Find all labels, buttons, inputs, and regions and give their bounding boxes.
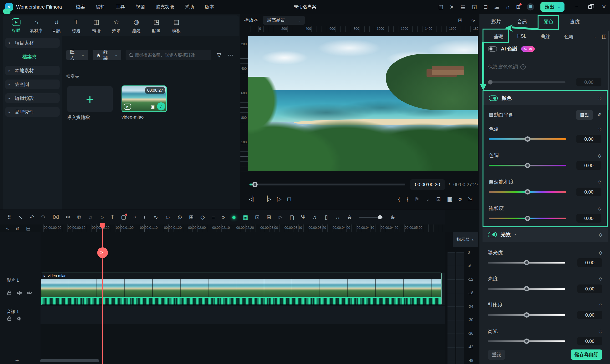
- slider-track[interactable]: [489, 218, 566, 219]
- zoom-in-icon[interactable]: ⊕: [390, 214, 395, 220]
- mute-track-icon[interactable]: [17, 290, 22, 295]
- menu-item[interactable]: 工具: [116, 4, 125, 10]
- color-toggle[interactable]: [489, 95, 498, 101]
- panel-scrollbar[interactable]: [608, 31, 609, 110]
- fit-timeline-icon[interactable]: ↔: [335, 214, 340, 220]
- save-icon[interactable]: ⊟: [483, 4, 488, 10]
- filter-icon[interactable]: ▽: [217, 52, 221, 58]
- slider-track[interactable]: [488, 340, 565, 342]
- ai-color-toggle[interactable]: [488, 46, 497, 52]
- slider-handle[interactable]: [524, 338, 529, 344]
- reset-button[interactable]: 重設: [488, 350, 505, 360]
- timeline-clip[interactable]: ▶ video-miao: [41, 273, 442, 305]
- marker-chevron-icon[interactable]: ⌄: [426, 196, 430, 202]
- menu-item[interactable]: 版本: [205, 4, 214, 10]
- crop-icon[interactable]: ⧉: [77, 214, 81, 220]
- chevron-down-icon[interactable]: ⌄: [594, 35, 596, 38]
- link-clips-icon[interactable]: ∞: [6, 226, 10, 231]
- property-tab[interactable]: 影片: [483, 18, 509, 25]
- color-subtab[interactable]: 色輪: [558, 32, 580, 41]
- magnet-snap-icon[interactable]: ⋒: [16, 226, 20, 231]
- sidebar-item[interactable]: ▾ 項目素材: [5, 38, 60, 48]
- toolbox-icon[interactable]: ⠿: [7, 214, 11, 220]
- eye-icon[interactable]: [27, 290, 32, 295]
- feedback-icon[interactable]: ➤: [450, 4, 454, 10]
- scopes-icon[interactable]: ∿: [471, 18, 475, 23]
- restore-button[interactable]: [588, 5, 592, 9]
- keyframe-icon[interactable]: ◇: [599, 250, 602, 255]
- screen-record-icon[interactable]: ▤: [461, 4, 466, 10]
- ai-audio-icon[interactable]: ∿: [153, 214, 158, 220]
- select-tool-icon[interactable]: ↖: [18, 214, 23, 220]
- compare-view-icon[interactable]: ◫: [602, 33, 607, 39]
- slider-value[interactable]: 0.00: [577, 258, 602, 267]
- keyframe-icon[interactable]: ◇: [599, 302, 602, 308]
- ai-portrait-icon[interactable]: ☺: [165, 214, 171, 220]
- auto-ripple-icon[interactable]: ≡: [212, 214, 215, 220]
- zoom-slider-handle[interactable]: [378, 215, 382, 219]
- mark-out-button[interactable]: }: [406, 196, 408, 202]
- slider-handle[interactable]: [524, 286, 529, 291]
- render-preview-icon[interactable]: ▦: [243, 214, 248, 220]
- keyframe-icon[interactable]: ◇: [598, 206, 601, 211]
- minimize-button[interactable]: −: [575, 4, 578, 10]
- slider-handle[interactable]: [525, 189, 530, 195]
- help-icon[interactable]: ?: [520, 64, 526, 69]
- menu-item[interactable]: 視圖: [136, 4, 145, 10]
- keyframe-icon[interactable]: ◇: [599, 328, 602, 334]
- timeline-zoom-slider[interactable]: [359, 217, 383, 218]
- import-button[interactable]: 匯入⌄: [66, 50, 88, 60]
- keyframe-icon[interactable]: ◇: [599, 232, 602, 237]
- media-clip-tile[interactable]: 00:00:27 ⊳ ▣ ✓: [122, 85, 167, 112]
- mark-in-button[interactable]: {: [398, 196, 400, 202]
- account-avatar[interactable]: [527, 3, 534, 11]
- screen-record-icon[interactable]: ⊡: [255, 214, 259, 220]
- slider-handle[interactable]: [525, 163, 530, 168]
- slider-value[interactable]: 0.00: [577, 311, 602, 319]
- sidebar-item[interactable]: 檔案夾: [5, 52, 60, 61]
- slider-value[interactable]: 0.00: [576, 214, 601, 222]
- search-input[interactable]: [135, 52, 208, 58]
- play-button[interactable]: ▷: [277, 196, 281, 202]
- color-subtab[interactable]: HSL: [511, 32, 533, 41]
- media-tab[interactable]: T 標題: [66, 18, 86, 34]
- menu-item[interactable]: 幫助: [185, 4, 194, 10]
- media-tab[interactable]: ♫ 音訊: [46, 18, 66, 34]
- detach-audio-icon[interactable]: ♬: [88, 214, 94, 220]
- mask-tool-icon[interactable]: ▢: [121, 214, 126, 220]
- text-tool-icon[interactable]: T: [111, 214, 114, 220]
- slider-value[interactable]: 0.00: [577, 337, 602, 345]
- more-options-icon[interactable]: ⋯: [228, 52, 234, 59]
- slider-track[interactable]: [489, 165, 566, 166]
- previous-frame-button[interactable]: ◁▏: [249, 196, 256, 202]
- fullscreen-button[interactable]: ⇲: [468, 196, 473, 202]
- sidebar-item[interactable]: ▸ 雲空間: [5, 79, 60, 89]
- media-tab[interactable]: ☆ 效果: [106, 18, 126, 34]
- menu-item[interactable]: 編輯: [96, 4, 105, 10]
- slider-handle[interactable]: [525, 216, 530, 221]
- safe-area-icon[interactable]: ⋂: [289, 214, 294, 220]
- ripple-edit-icon[interactable]: ▤: [26, 226, 30, 231]
- slider-track[interactable]: [488, 314, 565, 316]
- export-button[interactable]: 匯出⌄: [541, 2, 565, 12]
- slider-track[interactable]: [489, 138, 566, 140]
- scrubber-handle[interactable]: [252, 182, 258, 187]
- delete-icon[interactable]: ⌧: [53, 214, 59, 220]
- caret-down-icon[interactable]: ▾: [515, 233, 516, 236]
- property-tab[interactable]: 音訊: [509, 18, 535, 25]
- close-button[interactable]: ✕: [602, 4, 606, 10]
- quality-dropdown[interactable]: 最高品質⌄: [263, 16, 305, 25]
- property-tab[interactable]: 速度: [562, 18, 588, 25]
- speed-tool-icon[interactable]: ◔: [133, 214, 136, 220]
- auto-white-balance-button[interactable]: 自動: [576, 110, 593, 120]
- marker-button[interactable]: ⚑: [414, 196, 419, 202]
- audio-mixer-icon[interactable]: ♬: [312, 214, 318, 220]
- stop-button[interactable]: □: [287, 196, 290, 202]
- slider-track[interactable]: [488, 288, 565, 290]
- lock-icon[interactable]: [7, 290, 12, 295]
- slider-handle[interactable]: [524, 260, 529, 265]
- apps-icon[interactable]: ⊞: [516, 4, 520, 10]
- slider-value[interactable]: 0.00: [577, 285, 602, 293]
- color-subtab[interactable]: 曲線: [535, 32, 556, 41]
- indicator-header[interactable]: 指示器 ▲: [453, 232, 478, 247]
